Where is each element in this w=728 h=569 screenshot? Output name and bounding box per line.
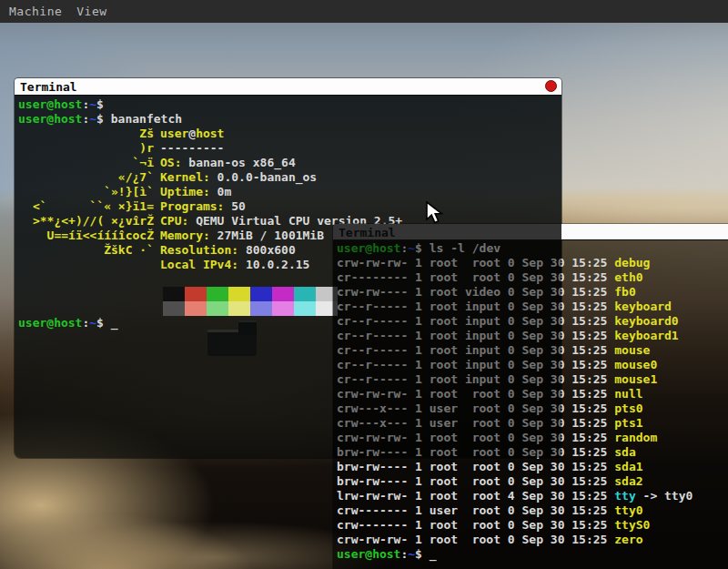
device-name: mouse0: [614, 358, 657, 371]
fetch-label: OS:: [160, 156, 181, 169]
fetch-label: Resolution:: [160, 243, 238, 257]
fetch-label: Memory:: [160, 229, 210, 242]
prompt-path: ~: [89, 97, 96, 111]
palette-swatch: [228, 301, 250, 316]
ls-row: brw-rw---- 1 root root 0 Sep 30 15:25 sd…: [337, 445, 728, 460]
prompt-symbol: $: [96, 97, 111, 111]
ls-row: crw-rw-rw- 1 root root 0 Sep 30 15:25 ra…: [337, 431, 728, 445]
palette-swatch: [272, 301, 294, 316]
menu-item-machine[interactable]: Machine: [9, 5, 62, 18]
terminal2-content[interactable]: user@host:~$ ls -l /devcrw-rw-rw- 1 root…: [333, 240, 728, 569]
ls-row: cr--r----- 1 root input 0 Sep 30 15:25 k…: [337, 314, 728, 329]
prompt-symbol: $: [96, 112, 111, 126]
ls-row: crw-rw-rw- 1 root root 0 Sep 30 15:25 de…: [337, 256, 728, 270]
file-meta: crw------- 1 root root 0 Sep 30 15:25: [337, 518, 614, 532]
ls-row: brw-rw---- 1 root root 0 Sep 30 15:25 sd…: [337, 460, 728, 474]
fetch-line: «/¿7`Kernel: 0.0.0-banan_os: [18, 170, 561, 185]
prompt-path: ~: [89, 112, 96, 126]
file-meta: brw-rw---- 1 root root 0 Sep 30 15:25: [337, 474, 614, 488]
prompt-symbol: $: [96, 316, 111, 330]
close-button[interactable]: [545, 80, 557, 92]
device-name: keyboard: [614, 300, 672, 313]
fetch-value: 10.0.2.15: [238, 258, 309, 271]
fetch-value: 0.0.0-banan_os: [210, 170, 317, 184]
terminal1-title: Terminal: [20, 80, 77, 94]
fetch-value: 50: [224, 199, 245, 213]
ls-row: brw-rw---- 1 root root 0 Sep 30 15:25 sd…: [337, 474, 728, 489]
fetch-label: Kernel:: [160, 170, 210, 184]
palette-swatch: [207, 301, 228, 316]
ascii-art: «/¿7`: [18, 170, 160, 185]
ls-row: cr--r----- 1 root input 0 Sep 30 15:25 m…: [337, 358, 728, 372]
prompt-path: ~: [408, 547, 415, 561]
file-meta: crw------- 1 user root 0 Sep 30 15:25: [337, 503, 614, 517]
device-name: tty: [614, 489, 635, 503]
prompt-symbol: $: [415, 241, 430, 255]
fetch-line: Zšuser@host: [18, 127, 561, 141]
menu-bar: MachineView: [0, 0, 728, 23]
fetch-value: 800x600: [238, 243, 296, 257]
vm-screen: MachineView Terminal user@host:~$ user@h…: [0, 0, 728, 569]
ascii-art: U==íï<<íííîcocŽ: [18, 229, 160, 243]
device-name: sda1: [614, 460, 642, 473]
fetch-value: banan-os x86_64: [181, 156, 295, 169]
palette-swatch: [294, 287, 316, 301]
device-name: random: [614, 431, 657, 444]
text-cursor: _: [111, 316, 118, 330]
mouse-pointer-icon: [426, 201, 446, 227]
file-meta: lrw-rw-rw- 1 root root 4 Sep 30 15:25: [337, 489, 614, 503]
file-meta: cr--r----- 1 root input 0 Sep 30 15:25: [337, 329, 614, 342]
device-name: tty0: [614, 503, 642, 517]
fetch-line: )r---------: [18, 141, 561, 156]
fetch-label: Programs:: [160, 199, 224, 213]
ls-row: crw-rw-rw- 1 root root 0 Sep 30 15:25 nu…: [337, 387, 728, 401]
ls-row: cr--r----- 1 root input 0 Sep 30 15:25 m…: [337, 372, 728, 387]
prompt-path: ~: [89, 316, 96, 330]
palette-swatch: [163, 287, 185, 301]
ascii-art: Zš: [18, 127, 160, 141]
file-meta: crw-rw-rw- 1 root root 0 Sep 30 15:25: [337, 387, 614, 401]
ls-row: crw-rw---- 1 root video 0 Sep 30 15:25 f…: [337, 285, 728, 300]
terminal2-title-bar[interactable]: Terminal: [333, 224, 728, 240]
palette-swatch: [163, 301, 185, 316]
palette-swatch: [185, 287, 207, 301]
ascii-art: )r: [18, 141, 160, 156]
menu-item-view[interactable]: View: [76, 5, 106, 18]
prompt-user: user@host: [18, 112, 82, 126]
fetch-user: user: [160, 127, 188, 140]
palette-swatch: [185, 301, 207, 316]
ls-row: crw---x--- 1 user root 0 Sep 30 15:25 pt…: [337, 416, 728, 431]
ls-row: crw------- 1 user root 0 Sep 30 15:25 tt…: [337, 503, 728, 518]
symlink-target: -> tty0: [636, 489, 693, 503]
ls-row: cr-------- 1 root root 0 Sep 30 15:25 et…: [337, 270, 728, 285]
file-meta: cr--r----- 1 root input 0 Sep 30 15:25: [337, 343, 614, 357]
device-name: eth0: [614, 270, 642, 284]
prompt-user: user@host: [337, 547, 400, 561]
device-name: debug: [614, 256, 650, 269]
terminal1-title-bar[interactable]: Terminal: [15, 78, 561, 96]
file-meta: cr--r----- 1 root input 0 Sep 30 15:25: [337, 372, 614, 386]
device-name: keyboard1: [614, 329, 678, 342]
terminal2-title: Terminal: [339, 226, 396, 239]
fetch-underline: ---------: [160, 141, 224, 155]
prompt-symbol: $: [415, 547, 430, 561]
device-name: ttyS0: [614, 518, 650, 532]
palette-swatch: [250, 301, 272, 316]
ascii-art: `¬ï: [18, 156, 160, 170]
ls-row: lrw-rw-rw- 1 root root 4 Sep 30 15:25 tt…: [337, 489, 728, 503]
terminal-line-command: user@host:~$ bananfetch: [18, 112, 561, 127]
device-name: zero: [614, 533, 642, 546]
fetch-host: host: [196, 127, 224, 140]
device-name: sda2: [614, 474, 642, 488]
fetch-at: @: [188, 127, 196, 140]
file-meta: cr--r----- 1 root input 0 Sep 30 15:25: [337, 300, 614, 313]
terminal-window-ls[interactable]: Terminal user@host:~$ ls -l /devcrw-rw-r…: [333, 224, 728, 569]
terminal-line: user@host:~$: [18, 97, 561, 112]
prompt-user: user@host: [337, 241, 400, 255]
file-meta: crw---x--- 1 user root 0 Sep 30 15:25: [337, 416, 614, 430]
fetch-value: 0m: [210, 185, 231, 198]
ls-row: crw------- 1 root root 0 Sep 30 15:25 tt…: [337, 518, 728, 533]
ascii-art: `»!}[ì`: [18, 185, 160, 199]
ls-row: cr--r----- 1 root input 0 Sep 30 15:25 m…: [337, 343, 728, 358]
fetch-label: Local IPv4:: [160, 258, 238, 271]
